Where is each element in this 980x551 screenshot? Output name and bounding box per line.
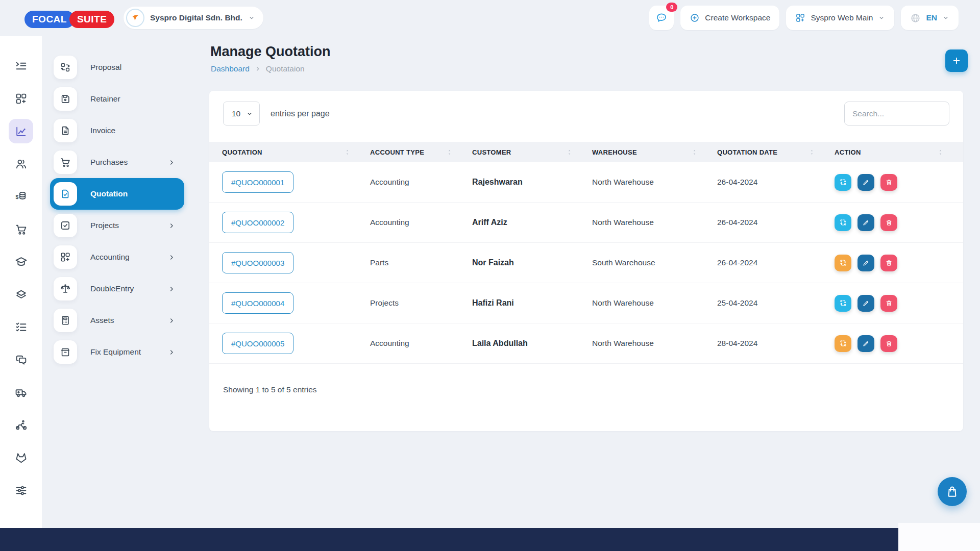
sidebar-item-doubleentry[interactable]: DoubleEntry xyxy=(50,273,184,305)
column-header-label: ACTION xyxy=(835,148,861,156)
sliders-icon[interactable] xyxy=(9,478,33,503)
chevron-right-icon xyxy=(168,222,176,230)
sidebar-item-fix-equipment[interactable]: Fix Equipment xyxy=(50,336,184,368)
sidebar-item-accounting[interactable]: Accounting xyxy=(50,241,184,273)
fox-icon[interactable] xyxy=(9,445,33,470)
money-coins-icon[interactable]: $ xyxy=(9,184,33,209)
edit-button[interactable] xyxy=(857,335,874,352)
retainer-icon xyxy=(54,87,77,111)
customer-cell: Nor Faizah xyxy=(472,258,592,267)
delete-button[interactable] xyxy=(880,214,897,231)
layers-icon[interactable] xyxy=(9,282,33,307)
users-icon[interactable] xyxy=(9,152,33,176)
graduation-icon[interactable] xyxy=(9,249,33,274)
tasks-indent-icon[interactable] xyxy=(9,54,33,78)
checklist-icon[interactable] xyxy=(9,315,33,339)
convert-button[interactable] xyxy=(835,214,851,231)
sort-icon[interactable] xyxy=(446,149,453,156)
delete-button[interactable] xyxy=(880,174,897,191)
sidebar-item-invoice[interactable]: Invoice xyxy=(50,115,184,146)
sidebar-item-quotation[interactable]: Quotation xyxy=(50,178,184,210)
column-header-account-type[interactable]: ACCOUNT TYPE xyxy=(370,148,472,156)
icon-rail: $ xyxy=(0,36,42,528)
sidebar-menu: ProposalRetainerInvoicePurchasesQuotatio… xyxy=(42,36,192,368)
workspace-selector[interactable]: Syspro Digital Sdn. Bhd. xyxy=(124,7,263,29)
column-header-warehouse[interactable]: WAREHOUSE xyxy=(592,148,717,156)
convert-button[interactable] xyxy=(835,174,851,191)
quotation-table-card: 10 entries per page QUOTATIONACCOUNT TYP… xyxy=(209,91,963,431)
sort-icon[interactable] xyxy=(937,149,944,156)
quotation-number-chip[interactable]: #QUOO000004 xyxy=(222,292,293,314)
chevron-right-icon xyxy=(168,285,176,293)
warehouse-cell: North Warehouse xyxy=(592,178,717,187)
sidebar-item-purchases[interactable]: Purchases xyxy=(50,146,184,178)
add-quotation-button[interactable] xyxy=(945,49,968,72)
sidebar-item-projects[interactable]: Projects xyxy=(50,210,184,241)
top-bar: FOCAL SUITE Syspro Digital Sdn. Bhd. 0 C… xyxy=(0,0,980,36)
sidebar-item-retainer[interactable]: Retainer xyxy=(50,83,184,115)
cart-icon[interactable] xyxy=(9,217,33,241)
convert-button[interactable] xyxy=(835,255,851,271)
chevron-right-icon xyxy=(168,159,176,166)
delete-button[interactable] xyxy=(880,295,897,312)
delivery-truck-icon[interactable] xyxy=(9,380,33,405)
language-selector[interactable]: EN xyxy=(901,6,959,30)
column-header-label: CUSTOMER xyxy=(472,148,511,156)
sort-icon[interactable] xyxy=(808,149,815,156)
entries-per-page-select[interactable]: 10 xyxy=(223,102,260,126)
column-header-quotation-date[interactable]: QUOTATION DATE xyxy=(717,148,835,156)
column-header-customer[interactable]: CUSTOMER xyxy=(472,148,592,156)
column-header-action[interactable]: ACTION xyxy=(835,148,963,156)
sort-icon[interactable] xyxy=(691,149,698,156)
motorcycle-icon[interactable] xyxy=(9,413,33,437)
chevron-down-icon xyxy=(246,110,253,117)
quotation-number-chip[interactable]: #QUOO000001 xyxy=(222,171,293,193)
table-body: #QUOO000001AccountingRajeshwaranNorth Wa… xyxy=(209,162,963,364)
edit-button[interactable] xyxy=(857,255,874,271)
customer-cell: Rajeshwaran xyxy=(472,178,592,187)
syspro-logo-icon xyxy=(126,9,144,27)
delete-button[interactable] xyxy=(880,335,897,352)
sidebar-item-proposal[interactable]: Proposal xyxy=(50,52,184,83)
footer-corner xyxy=(898,523,980,551)
analytics-icon[interactable] xyxy=(9,119,33,143)
quotation-date-cell: 28-04-2024 xyxy=(717,339,835,348)
delete-button[interactable] xyxy=(880,255,897,271)
grid-add-icon[interactable] xyxy=(9,86,33,111)
sidebar-item-label: Invoice xyxy=(90,126,115,135)
quotation-date-cell: 26-04-2024 xyxy=(717,178,835,187)
chevron-right-icon xyxy=(168,254,176,261)
chat-button[interactable]: 0 xyxy=(649,6,674,30)
footer-bar xyxy=(0,528,898,551)
quotation-date-cell: 26-04-2024 xyxy=(717,258,835,267)
table-row: #QUOO000004ProjectsHafizi RaniNorth Ware… xyxy=(209,283,963,323)
fix-equipment-icon xyxy=(54,340,77,364)
site-selector[interactable]: Syspro Web Main xyxy=(786,6,894,30)
warehouse-cell: South Warehouse xyxy=(592,258,717,267)
edit-button[interactable] xyxy=(857,214,874,231)
sort-icon[interactable] xyxy=(344,149,351,156)
sidebar-item-label: Purchases xyxy=(90,158,128,167)
edit-button[interactable] xyxy=(857,295,874,312)
table-row: #QUOO000005AccountingLaila AbdullahNorth… xyxy=(209,323,963,364)
chat-bubbles-icon[interactable] xyxy=(9,347,33,372)
quotation-number-chip[interactable]: #QUOO000003 xyxy=(222,252,293,273)
search-input[interactable] xyxy=(844,102,949,126)
customer-cell: Ariff Aziz xyxy=(472,218,592,227)
convert-button[interactable] xyxy=(835,335,851,352)
quotation-number-chip[interactable]: #QUOO000002 xyxy=(222,212,293,233)
sidebar-item-assets[interactable]: Assets xyxy=(50,305,184,336)
quotation-number-chip[interactable]: #QUOO000005 xyxy=(222,333,293,354)
create-workspace-button[interactable]: Create Workspace xyxy=(680,6,779,30)
app-logo[interactable]: FOCAL SUITE xyxy=(24,11,114,28)
edit-button[interactable] xyxy=(857,174,874,191)
sidebar-item-label: Projects xyxy=(90,221,119,230)
globe-icon xyxy=(910,13,921,23)
breadcrumb-dashboard-link[interactable]: Dashboard xyxy=(211,64,250,73)
quotation-date-cell: 26-04-2024 xyxy=(717,218,835,227)
convert-button[interactable] xyxy=(835,295,851,312)
sort-icon[interactable] xyxy=(566,149,573,156)
projects-icon xyxy=(54,214,77,237)
shop-fab-button[interactable] xyxy=(938,477,967,506)
column-header-quotation[interactable]: QUOTATION xyxy=(222,148,370,156)
